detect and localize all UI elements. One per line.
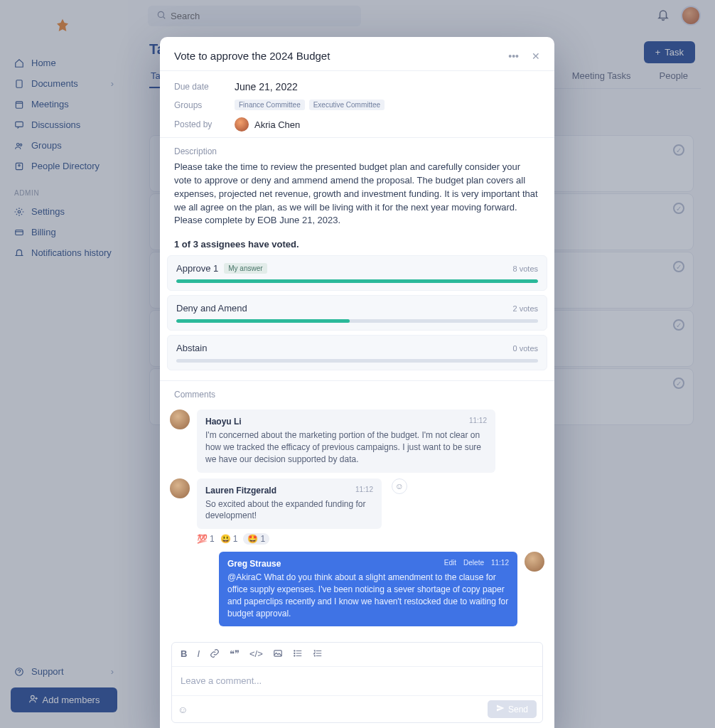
vote-option[interactable]: Abstain 0 votes — [167, 335, 547, 370]
send-icon — [496, 704, 505, 714]
list-ul-button[interactable] — [293, 648, 303, 660]
vote-bar-fill — [176, 279, 538, 283]
reaction[interactable]: 😃 1 — [220, 534, 238, 544]
groups-value: Finance Committee Executive Committee — [235, 100, 540, 110]
delete-comment-button[interactable]: Delete — [463, 559, 484, 567]
reaction-count: 1 — [210, 534, 215, 544]
due-date-label: Due date — [174, 82, 235, 92]
reaction-emoji: 🤩 — [247, 534, 258, 544]
bold-button[interactable]: B — [181, 648, 187, 660]
italic-button[interactable]: I — [197, 648, 200, 660]
posted-by-value: Akria Chen — [235, 117, 540, 132]
comment-text: I'm concerned about the marketing portio… — [205, 429, 487, 465]
editor-toolbar: B I ❝❞ </> — [172, 643, 542, 667]
posted-by-label: Posted by — [174, 119, 235, 129]
vote-count: 2 votes — [513, 304, 538, 313]
avatar — [235, 117, 249, 132]
posted-by-name: Akria Chen — [254, 119, 300, 130]
edit-comment-button[interactable]: Edit — [444, 559, 456, 567]
svg-point-15 — [294, 655, 295, 656]
comment-bubble: Haoyu Li 11:12 I'm concerned about the m… — [197, 410, 495, 472]
list-ol-button[interactable] — [313, 648, 323, 660]
avatar — [170, 478, 190, 498]
comment-editor: B I ❝❞ </> Leave a comment... ☺ Send — [171, 642, 543, 723]
link-button[interactable] — [210, 648, 220, 660]
comment-time: 11:12 — [491, 559, 509, 567]
comment-input[interactable]: Leave a comment... — [172, 667, 542, 695]
comments-label: Comments — [160, 381, 554, 404]
group-pill[interactable]: Executive Committee — [309, 100, 385, 110]
reaction-selected[interactable]: 🤩 1 — [243, 533, 269, 545]
vote-option-label: Approve 1 — [176, 263, 218, 274]
vote-status: 1 of 3 assignees have voted. — [160, 236, 554, 255]
modal-title: Vote to approve the 2024 Budget — [174, 50, 330, 62]
description-body: Please take the time to review the prese… — [160, 161, 554, 236]
svg-point-13 — [294, 651, 295, 651]
due-date-value: June 21, 2022 — [235, 81, 540, 92]
emoji-button[interactable]: ☺ — [178, 704, 188, 715]
code-button[interactable]: </> — [249, 648, 263, 660]
more-menu-button[interactable]: ••• — [508, 50, 519, 62]
comment-text: @AkiraC What do you think about a slight… — [227, 572, 509, 619]
vote-option[interactable]: Approve 1 My answer 8 votes — [167, 255, 547, 291]
description-p1: Please take the time to review the prese… — [174, 161, 538, 213]
task-modal: Vote to approve the 2024 Budget ••• ✕ Du… — [160, 37, 554, 728]
comment-time: 11:12 — [355, 486, 373, 493]
vote-bar — [176, 279, 538, 283]
image-button[interactable] — [273, 648, 283, 660]
own-comment: Greg Strause Edit Delete 11:12 @AkiraC W… — [167, 552, 547, 626]
group-pill[interactable]: Finance Committee — [235, 100, 305, 110]
description-label: Description — [160, 138, 554, 161]
avatar — [525, 552, 544, 572]
vote-option[interactable]: Deny and Amend 2 votes — [167, 295, 547, 331]
reaction-count: 1 — [260, 534, 265, 544]
description-p2: Please complete by EOB June 21, 2023. — [174, 215, 340, 225]
vote-bar-fill — [176, 319, 350, 323]
own-comment-bubble: Greg Strause Edit Delete 11:12 @AkiraC W… — [219, 552, 517, 626]
comment: Haoyu Li 11:12 I'm concerned about the m… — [167, 410, 547, 472]
close-button[interactable]: ✕ — [532, 50, 540, 62]
comment-author: Haoyu Li — [205, 417, 487, 427]
reaction-emoji: 😃 — [220, 534, 231, 544]
vote-option-label: Deny and Amend — [176, 303, 247, 314]
reaction-count: 1 — [233, 534, 238, 544]
send-button[interactable]: Send — [488, 700, 537, 718]
vote-bar — [176, 359, 538, 363]
comment-text: So excited about the expanded funding fo… — [205, 498, 373, 523]
reaction-bar: 💯 1 😃 1 🤩 1 — [197, 533, 547, 545]
comment-bubble: Lauren Fitzgerald 11:12 So excited about… — [197, 478, 382, 530]
reaction-emoji: 💯 — [197, 534, 208, 544]
comment: Lauren Fitzgerald 11:12 So excited about… — [167, 478, 547, 530]
comment-author: Lauren Fitzgerald — [205, 486, 373, 496]
my-answer-badge: My answer — [224, 263, 267, 274]
quote-button[interactable]: ❝❞ — [230, 648, 240, 660]
comment-time: 11:12 — [469, 417, 487, 424]
svg-point-14 — [294, 653, 295, 654]
vote-option-label: Abstain — [176, 343, 207, 353]
vote-bar — [176, 319, 538, 323]
groups-label: Groups — [174, 100, 235, 110]
vote-count: 0 votes — [513, 344, 538, 353]
avatar — [170, 410, 190, 429]
button-label: Send — [508, 705, 528, 714]
vote-count: 8 votes — [513, 264, 538, 273]
add-reaction-button[interactable]: ☺ — [392, 478, 407, 494]
reaction[interactable]: 💯 1 — [197, 534, 215, 544]
